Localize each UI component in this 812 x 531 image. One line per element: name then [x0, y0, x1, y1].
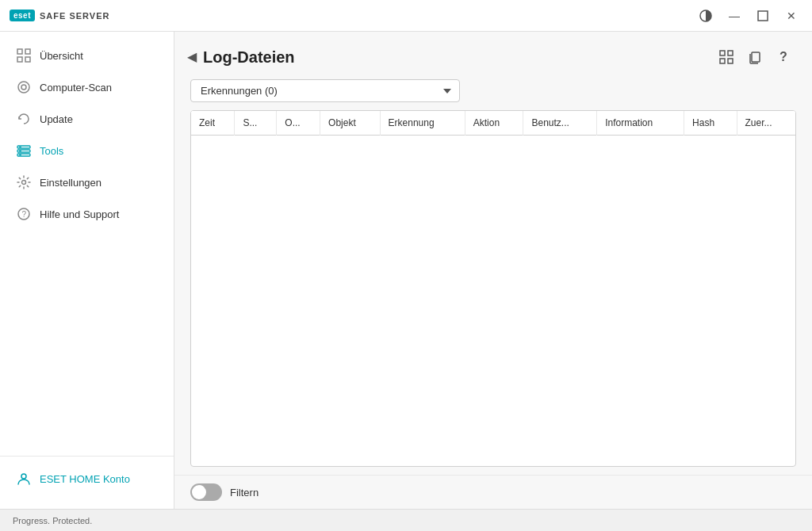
maximize-icon: [757, 10, 768, 21]
title-bar: eset SAFE SERVER — ✕: [0, 0, 812, 32]
copy-button[interactable]: [742, 44, 768, 70]
sidebar-item-einstellungen[interactable]: Einstellungen: [0, 166, 174, 198]
svg-rect-2: [17, 49, 22, 54]
grid-view-button[interactable]: [714, 44, 739, 70]
back-button[interactable]: ◀: [187, 51, 197, 63]
help-button[interactable]: ?: [771, 44, 796, 70]
sidebar-label-ubersicht: Übersicht: [40, 50, 83, 62]
sidebar-label-hilfe: Hilfe und Support: [40, 208, 119, 220]
minimize-button[interactable]: —: [723, 5, 745, 27]
filter-toggle[interactable]: [190, 483, 222, 501]
svg-rect-13: [19, 155, 21, 155]
svg-text:?: ?: [22, 210, 27, 219]
content-header-right: ?: [714, 44, 796, 70]
sidebar-footer: ESET HOME Konto: [0, 456, 174, 501]
svg-point-14: [22, 181, 26, 185]
svg-rect-3: [25, 49, 30, 54]
col-objekt[interactable]: Objekt: [320, 111, 381, 136]
svg-rect-22: [752, 52, 760, 62]
content-footer: Filtern: [174, 475, 812, 509]
col-zuer[interactable]: Zuer...: [737, 111, 795, 136]
svg-rect-1: [758, 11, 768, 21]
sidebar: Übersicht Computer-Scan Update: [0, 32, 174, 509]
eset-logo: eset SAFE SERVER: [10, 10, 109, 21]
svg-rect-21: [728, 59, 733, 63]
log-table: Zeit S... O... Objekt Erkennung Aktion B…: [191, 111, 795, 136]
svg-rect-20: [720, 59, 725, 63]
tools-icon: [16, 143, 32, 159]
update-icon: [16, 111, 32, 127]
sidebar-label-update: Update: [40, 113, 73, 125]
svg-point-7: [21, 85, 26, 90]
sidebar-item-eset-home[interactable]: ESET HOME Konto: [0, 463, 174, 495]
svg-rect-19: [728, 51, 733, 55]
status-text: Progress. Protected.: [13, 516, 92, 525]
sidebar-item-hilfe[interactable]: ? Hilfe und Support: [0, 198, 174, 230]
svg-point-17: [21, 474, 26, 479]
back-icon: ◀: [187, 50, 197, 63]
toggle-slider: [190, 483, 222, 501]
account-icon: [16, 471, 32, 487]
sidebar-label-computer-scan: Computer-Scan: [40, 82, 112, 94]
theme-toggle-button[interactable]: [695, 5, 717, 27]
col-benutzer[interactable]: Benutz...: [523, 111, 597, 136]
theme-icon: [699, 10, 712, 22]
sidebar-label-eset-home: ESET HOME Konto: [40, 473, 130, 485]
main-layout: Übersicht Computer-Scan Update: [0, 32, 812, 509]
grid-view-icon: [719, 50, 733, 64]
grid-icon: [16, 48, 32, 63]
maximize-button[interactable]: [752, 5, 774, 27]
table-container[interactable]: Zeit S... O... Objekt Erkennung Aktion B…: [190, 110, 796, 467]
col-zeit[interactable]: Zeit: [191, 111, 235, 136]
content-header: ◀ Log-Dateien: [174, 32, 812, 79]
page-title: Log-Dateien: [203, 48, 295, 67]
title-bar-left: eset SAFE SERVER: [10, 10, 109, 21]
svg-rect-5: [25, 57, 30, 62]
eset-logo-box: eset: [10, 10, 35, 21]
help-icon: ?: [16, 206, 32, 222]
log-type-dropdown[interactable]: Erkennungen (0) Ereignisse Computerscan …: [190, 79, 460, 102]
filter-label: Filtern: [230, 487, 259, 499]
sidebar-item-ubersicht[interactable]: Übersicht: [0, 40, 174, 71]
sidebar-item-computer-scan[interactable]: Computer-Scan: [0, 71, 174, 103]
copy-icon: [748, 50, 762, 64]
scan-icon: [16, 79, 32, 95]
app-name: SAFE SERVER: [40, 11, 109, 21]
close-icon: ✕: [787, 10, 796, 22]
sidebar-label-tools: Tools: [40, 145, 63, 157]
table-header-row: Zeit S... O... Objekt Erkennung Aktion B…: [191, 111, 795, 136]
help-icon: ?: [779, 50, 787, 64]
minimize-icon: —: [729, 10, 740, 22]
col-o[interactable]: O...: [277, 111, 320, 136]
col-information[interactable]: Information: [597, 111, 684, 136]
svg-rect-4: [17, 57, 22, 62]
title-bar-controls: — ✕: [695, 5, 802, 27]
content-header-left: ◀ Log-Dateien: [187, 48, 295, 67]
dropdown-container: Erkennungen (0) Ereignisse Computerscan …: [174, 79, 812, 110]
svg-rect-18: [720, 51, 725, 55]
sidebar-item-update[interactable]: Update: [0, 103, 174, 135]
close-button[interactable]: ✕: [780, 5, 802, 27]
content-area: ◀ Log-Dateien: [174, 32, 812, 509]
svg-rect-12: [19, 151, 21, 151]
svg-rect-11: [19, 147, 21, 147]
status-bar: Progress. Protected.: [0, 509, 812, 531]
col-hash[interactable]: Hash: [684, 111, 737, 136]
svg-point-6: [18, 82, 29, 93]
col-s[interactable]: S...: [235, 111, 277, 136]
sidebar-label-einstellungen: Einstellungen: [40, 177, 102, 189]
sidebar-item-tools[interactable]: Tools: [0, 135, 174, 166]
col-erkennung[interactable]: Erkennung: [380, 111, 465, 136]
settings-icon: [16, 174, 32, 190]
col-aktion[interactable]: Aktion: [465, 111, 523, 136]
